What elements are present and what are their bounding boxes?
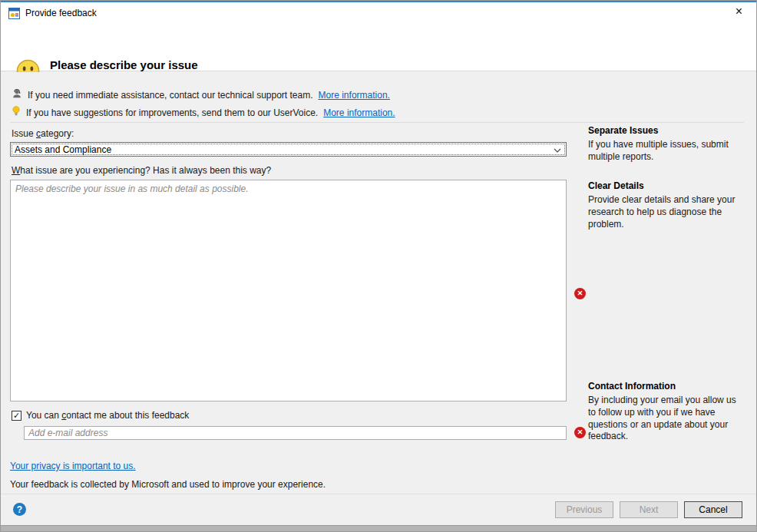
tip-contact-information: Contact Information By including your em… bbox=[588, 381, 740, 443]
page-title: Please describe your issue bbox=[50, 58, 198, 71]
email-input[interactable] bbox=[24, 426, 567, 440]
tip-separate-issues: Separate Issues If you have multiple iss… bbox=[588, 125, 740, 164]
support-icon bbox=[12, 88, 22, 101]
support-notice: If you need immediate assistance, contac… bbox=[12, 88, 390, 101]
error-icon-description: ✕ bbox=[574, 288, 586, 299]
contact-me-label: You can contact me about this feedback bbox=[26, 410, 189, 421]
close-button[interactable]: × bbox=[722, 1, 756, 22]
issue-category-value: Assets and Compliance bbox=[15, 144, 111, 155]
feedback-collected-note: Your feedback is collected by Microsoft … bbox=[10, 479, 326, 490]
contact-me-checkbox[interactable]: ✓ bbox=[12, 411, 21, 421]
contact-checkbox-row: ✓ You can contact me about this feedback bbox=[12, 410, 189, 421]
lightbulb-icon bbox=[12, 106, 21, 119]
provide-feedback-dialog: Provide feedback × Please describe your … bbox=[0, 0, 757, 532]
issue-category-select[interactable]: Assets and Compliance bbox=[10, 142, 567, 157]
footer: ? Previous Next Cancel bbox=[1, 494, 756, 525]
error-icon-email: ✕ bbox=[574, 427, 586, 438]
uservoice-more-info-link[interactable]: More information. bbox=[323, 107, 395, 118]
privacy-link[interactable]: Your privacy is important to us. bbox=[10, 461, 136, 471]
feedback-app-icon bbox=[8, 8, 20, 19]
help-button[interactable]: ? bbox=[13, 503, 26, 516]
dialog-header: Please describe your issue bbox=[1, 24, 756, 71]
previous-button[interactable]: Previous bbox=[555, 501, 613, 518]
separator bbox=[10, 122, 744, 123]
issue-description-textarea[interactable] bbox=[10, 180, 567, 401]
uservoice-notice-text: If you have suggestions for improvements… bbox=[26, 107, 318, 118]
chevron-down-icon bbox=[554, 144, 561, 155]
window-bottom-edge bbox=[1, 525, 756, 531]
tip-body: Provide clear details and share your res… bbox=[588, 194, 740, 230]
tip-title: Separate Issues bbox=[588, 125, 740, 136]
title-bar[interactable]: Provide feedback bbox=[1, 2, 756, 24]
issue-description-label: What issue are you experiencing? Has it … bbox=[12, 165, 271, 176]
uservoice-notice: If you have suggestions for improvements… bbox=[12, 106, 395, 119]
support-notice-text: If you need immediate assistance, contac… bbox=[28, 90, 313, 101]
issue-category-label: Issue category: bbox=[12, 128, 74, 139]
tip-body: By including your email you allow us to … bbox=[588, 395, 740, 443]
support-more-info-link[interactable]: More information. bbox=[319, 90, 390, 101]
tip-title: Contact Information bbox=[588, 381, 740, 392]
cancel-button[interactable]: Cancel bbox=[684, 501, 742, 518]
tip-title: Clear Details bbox=[588, 180, 740, 191]
footer-buttons: Previous Next Cancel bbox=[555, 501, 742, 518]
next-button[interactable]: Next bbox=[620, 501, 678, 518]
dialog-body: If you need immediate assistance, contac… bbox=[1, 72, 756, 494]
tip-clear-details: Clear Details Provide clear details and … bbox=[588, 180, 740, 230]
tip-body: If you have multiple issues, submit mult… bbox=[588, 139, 740, 164]
window-title: Provide feedback bbox=[25, 8, 97, 18]
